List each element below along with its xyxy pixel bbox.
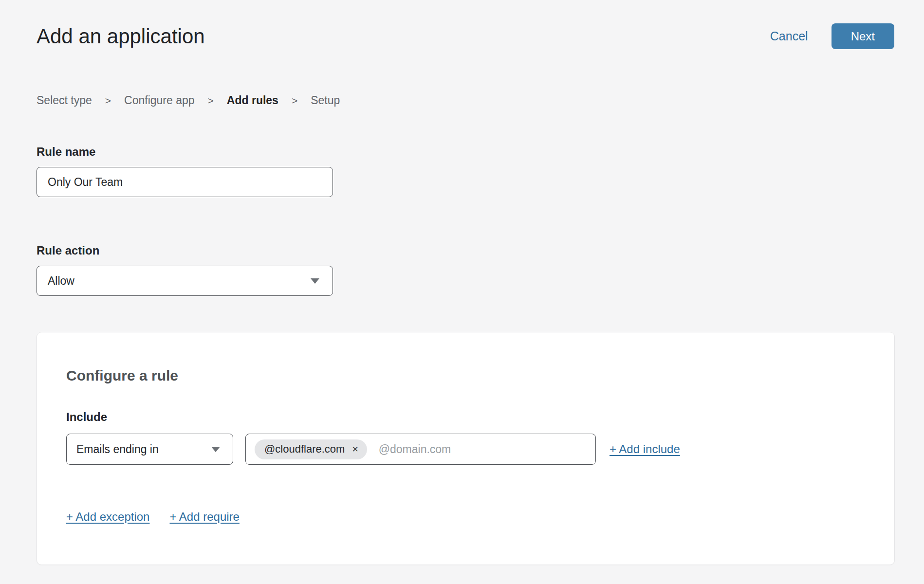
rule-name-input[interactable] bbox=[37, 167, 333, 197]
email-domain-chip-label: @cloudflare.com bbox=[264, 443, 345, 456]
include-criteria-selected-value: Emails ending in bbox=[76, 443, 159, 456]
rule-action-select[interactable]: Allow bbox=[37, 266, 333, 296]
add-require-link[interactable]: + Add require bbox=[169, 510, 239, 524]
add-include-link[interactable]: + Add include bbox=[610, 442, 680, 456]
rule-action-section: Rule action Allow bbox=[37, 244, 894, 296]
rule-name-section: Rule name bbox=[37, 145, 894, 197]
include-rule-row: Emails ending in @cloudflare.com ✕ + Add… bbox=[66, 434, 865, 465]
include-value-input-box[interactable]: @cloudflare.com ✕ bbox=[245, 434, 596, 465]
page-header: Add an application Cancel Next bbox=[37, 23, 894, 49]
include-criteria-select[interactable]: Emails ending in bbox=[66, 434, 233, 465]
chip-remove-icon[interactable]: ✕ bbox=[351, 445, 358, 454]
breadcrumb-step-select-type[interactable]: Select type bbox=[37, 94, 92, 107]
configure-rule-card: Configure a rule Include Emails ending i… bbox=[37, 332, 895, 565]
chevron-down-icon bbox=[311, 278, 319, 284]
breadcrumb-step-add-rules[interactable]: Add rules bbox=[227, 94, 278, 107]
breadcrumb-separator: > bbox=[292, 95, 297, 107]
card-title: Configure a rule bbox=[66, 367, 865, 384]
breadcrumb-separator: > bbox=[208, 95, 214, 107]
rule-name-label: Rule name bbox=[37, 145, 894, 159]
breadcrumb-step-setup[interactable]: Setup bbox=[311, 94, 340, 107]
email-domain-chip: @cloudflare.com ✕ bbox=[255, 439, 367, 459]
page-title: Add an application bbox=[37, 25, 205, 48]
rule-action-selected-value: Allow bbox=[48, 274, 74, 288]
chevron-down-icon bbox=[211, 447, 220, 452]
email-domain-input[interactable] bbox=[378, 442, 587, 456]
cancel-button[interactable]: Cancel bbox=[770, 29, 808, 43]
next-button[interactable]: Next bbox=[832, 23, 894, 49]
rule-action-label: Rule action bbox=[37, 244, 894, 257]
add-exception-link[interactable]: + Add exception bbox=[66, 510, 149, 524]
rule-card-bottom-links: + Add exception + Add require bbox=[66, 510, 865, 524]
header-actions: Cancel Next bbox=[770, 23, 894, 49]
add-application-page: Add an application Cancel Next Select ty… bbox=[0, 0, 924, 584]
breadcrumb-step-configure-app[interactable]: Configure app bbox=[124, 94, 195, 107]
breadcrumb-separator: > bbox=[105, 95, 111, 107]
breadcrumb: Select type > Configure app > Add rules … bbox=[37, 94, 894, 107]
include-label: Include bbox=[66, 410, 865, 424]
